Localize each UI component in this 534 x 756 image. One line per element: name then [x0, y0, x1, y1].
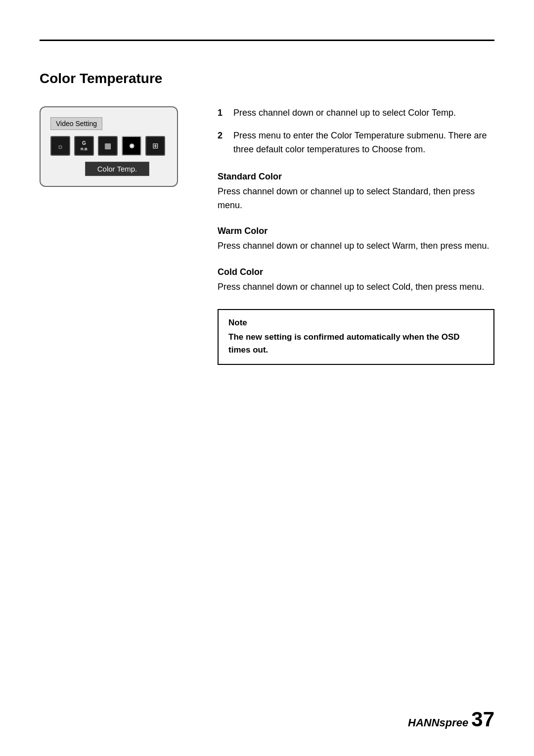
osd-box: Video Setting ☼ GR.B ▦ — [40, 106, 178, 187]
osd-icon-extra: ⊞ — [145, 136, 165, 156]
osd-icon-gb: GR.B — [74, 136, 94, 156]
step-1: 1 Press channel down or channel up to se… — [218, 106, 494, 120]
subsection-cold-text: Press channel down or channel up to sele… — [218, 280, 494, 294]
subsection-warm-text: Press channel down or channel up to sele… — [218, 239, 494, 253]
step-1-number: 1 — [218, 106, 227, 120]
osd-illustration: Video Setting ☼ GR.B ▦ — [40, 106, 188, 187]
osd-icon-color: ✸ — [122, 136, 141, 156]
step-2-text: Press menu to enter the Color Temperatur… — [233, 129, 494, 157]
note-box: Note The new setting is confirmed automa… — [218, 309, 494, 365]
page-footer: HANNspree 37 — [408, 708, 494, 731]
step-2-number: 2 — [218, 129, 227, 157]
note-label: Note — [228, 318, 484, 328]
instructions-column: 1 Press channel down or channel up to se… — [218, 106, 494, 365]
step-1-text: Press channel down or channel up to sele… — [233, 106, 456, 120]
subsection-cold: Cold Color Press channel down or channel… — [218, 267, 494, 294]
step-2: 2 Press menu to enter the Color Temperat… — [218, 129, 494, 157]
steps-list: 1 Press channel down or channel up to se… — [218, 106, 494, 157]
page-title: Color Temperature — [40, 71, 494, 87]
osd-icon-brightness: ☼ — [50, 136, 70, 156]
osd-selected-label: Color Temp. — [85, 162, 149, 176]
osd-icon-contrast: ▦ — [98, 136, 118, 156]
osd-icons-row: ☼ GR.B ▦ ✸ ⊞ — [50, 136, 167, 156]
subsection-standard: Standard Color Press channel down or cha… — [218, 172, 494, 213]
page-number: 37 — [471, 708, 494, 731]
subsection-standard-title: Standard Color — [218, 172, 494, 182]
brand-hann: HANNspree — [408, 716, 468, 729]
note-text: The new setting is confirmed automatical… — [228, 331, 484, 356]
osd-menu-label: Video Setting — [50, 117, 102, 130]
subsection-standard-text: Press channel down or channel up to sele… — [218, 185, 494, 213]
subsection-warm: Warm Color Press channel down or channel… — [218, 226, 494, 253]
subsection-cold-title: Cold Color — [218, 267, 494, 277]
subsection-warm-title: Warm Color — [218, 226, 494, 236]
